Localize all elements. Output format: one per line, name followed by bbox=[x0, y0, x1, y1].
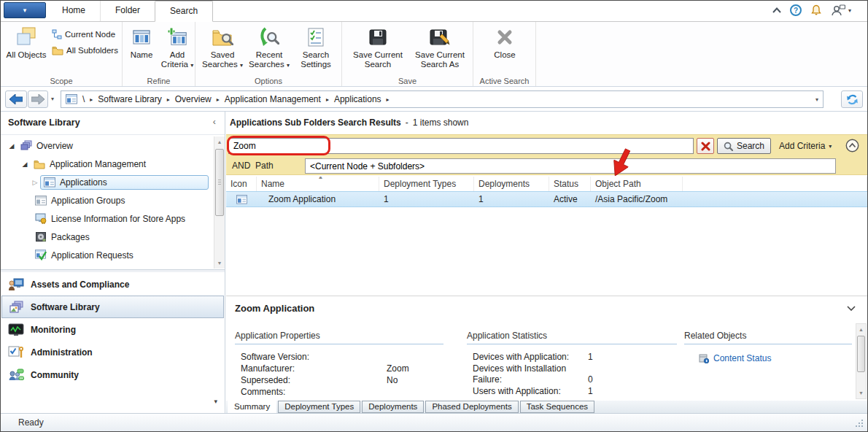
detail-tab-deployment-types[interactable]: Deployment Types bbox=[278, 401, 360, 413]
help-icon[interactable]: ? bbox=[790, 4, 802, 16]
scroll-up-icon[interactable]: ▲ bbox=[214, 136, 225, 147]
detail-scrollbar[interactable]: ▲ ▼ bbox=[856, 323, 867, 399]
nav-monitoring[interactable]: Monitoring bbox=[1, 318, 224, 341]
tree-item-overview[interactable]: ◢ Overview bbox=[1, 136, 213, 155]
tree-item-application-groups[interactable]: Application Groups bbox=[1, 191, 213, 209]
table-row[interactable]: Zoom Application 1 1 Active /Asia Pacifi… bbox=[226, 191, 867, 207]
all-subfolders-icon bbox=[52, 45, 63, 55]
column-header-object-path[interactable]: Object Path bbox=[591, 177, 683, 191]
expander-closed-icon[interactable]: ▷ bbox=[30, 179, 40, 186]
add-criteria-dropdown[interactable]: Add Criteria ▾ bbox=[779, 138, 832, 154]
recent-searches-button[interactable]: Recent Searches ▾ bbox=[247, 24, 292, 70]
nav-administration[interactable]: Administration bbox=[1, 341, 224, 363]
search-settings-button[interactable]: Search Settings bbox=[296, 24, 336, 69]
minimize-ribbon-icon[interactable] bbox=[772, 7, 781, 13]
breadcrumb-item-application-management[interactable]: Application Management bbox=[225, 94, 321, 104]
expander-open-icon[interactable]: ◢ bbox=[7, 142, 17, 150]
breadcrumb-item-applications[interactable]: Applications bbox=[334, 94, 381, 104]
field-superseded: Superseded: No bbox=[241, 375, 443, 386]
current-node-button[interactable]: Current Node bbox=[52, 29, 115, 39]
application-menu-button[interactable]: ▾ bbox=[4, 2, 46, 18]
close-icon bbox=[496, 24, 514, 50]
criteria-value-input[interactable] bbox=[305, 158, 836, 174]
tab-folder[interactable]: Folder bbox=[100, 1, 155, 21]
breadcrumb-separator-icon: ▸ bbox=[326, 96, 329, 103]
scroll-down-icon[interactable]: ▼ bbox=[214, 258, 225, 269]
navigation-pane-header: Software Library ‹ bbox=[1, 112, 225, 135]
group-label-scope: Scope bbox=[1, 77, 122, 85]
detail-tab-task-sequences[interactable]: Task Sequences bbox=[520, 401, 594, 413]
back-button[interactable] bbox=[5, 90, 27, 108]
all-objects-button[interactable]: All Objects bbox=[5, 24, 47, 60]
status-message: Ready bbox=[18, 417, 44, 428]
detail-tab-summary[interactable]: Summary bbox=[228, 401, 276, 413]
address-dropdown-icon[interactable]: ▾ bbox=[815, 96, 818, 103]
tree-item-applications[interactable]: ▷ Applications bbox=[1, 173, 213, 191]
search-input[interactable] bbox=[228, 138, 694, 154]
detail-tab-phased-deployments[interactable]: Phased Deployments bbox=[425, 401, 518, 413]
nav-assets-and-compliance[interactable]: Assets and Compliance bbox=[1, 273, 224, 296]
feedback-menu[interactable]: ▾ bbox=[831, 4, 851, 16]
save-current-search-button[interactable]: Save Current Search bbox=[349, 24, 406, 69]
expander-open-icon[interactable]: ◢ bbox=[20, 161, 30, 168]
tree-scrollbar[interactable]: ▲ ▼ bbox=[214, 136, 225, 269]
save-current-search-as-button[interactable]: Save Current Search As bbox=[411, 24, 469, 69]
scroll-up-icon[interactable]: ▲ bbox=[856, 324, 866, 335]
tab-home[interactable]: Home bbox=[47, 1, 100, 21]
tree-item-application-management[interactable]: ◢ Application Management bbox=[1, 155, 213, 173]
criteria-operator: AND bbox=[232, 161, 250, 171]
nav-software-library[interactable]: Software Library bbox=[1, 296, 224, 318]
clear-x-icon bbox=[701, 142, 710, 151]
field-devices-with-application: Devices with Application: 1 bbox=[473, 352, 677, 363]
forward-button[interactable] bbox=[28, 90, 48, 108]
column-header-status[interactable]: Status bbox=[549, 177, 591, 191]
group-label-refine: Refine bbox=[123, 77, 195, 85]
ribbon-tabs: Home Folder Search bbox=[47, 1, 213, 21]
column-header-deployments[interactable]: Deployments bbox=[474, 177, 549, 191]
tree-item-packages[interactable]: Packages bbox=[1, 228, 213, 246]
refresh-button[interactable] bbox=[841, 90, 863, 108]
collapse-detail-icon[interactable] bbox=[847, 306, 856, 311]
collapse-pane-icon[interactable]: ‹ bbox=[213, 117, 216, 127]
saved-searches-button[interactable]: Saved Searches ▾ bbox=[201, 24, 244, 70]
breadcrumb-item-overview[interactable]: Overview bbox=[175, 94, 212, 104]
tree-item-license-information[interactable]: License Information for Store Apps bbox=[1, 209, 213, 228]
close-search-button[interactable]: Close bbox=[479, 24, 530, 60]
field-software-version: Software Version: bbox=[241, 352, 443, 363]
column-header-deployment-types[interactable]: Deployment Types bbox=[379, 177, 474, 191]
scroll-down-icon[interactable]: ▼ bbox=[856, 387, 866, 398]
search-button[interactable]: Search bbox=[717, 138, 771, 154]
breadcrumb-item-software-library[interactable]: Software Library bbox=[98, 94, 161, 104]
application-row-icon bbox=[236, 195, 247, 204]
content-status-link[interactable]: Content Status bbox=[684, 353, 852, 363]
resize-grip[interactable] bbox=[856, 425, 857, 427]
chevron-up-circle-icon bbox=[845, 139, 859, 153]
collapse-criteria-button[interactable] bbox=[845, 139, 859, 153]
column-header-icon[interactable]: Icon bbox=[226, 177, 257, 191]
pane-divider[interactable] bbox=[1, 269, 225, 272]
detail-pane-divider[interactable] bbox=[226, 296, 867, 296]
notifications-bell-icon[interactable] bbox=[810, 4, 822, 16]
name-button[interactable]: Name bbox=[125, 24, 158, 60]
tree-item-application-requests[interactable]: Application Requests bbox=[1, 246, 213, 264]
section-application-statistics: Application Statistics Devices with Appl… bbox=[467, 331, 677, 398]
breadcrumb: \ ▸ Software Library ▸ Overview ▸ Applic… bbox=[61, 90, 824, 108]
add-criteria-button[interactable]: Add Criteria ▾ bbox=[160, 24, 194, 70]
tab-search[interactable]: Search bbox=[155, 1, 213, 22]
column-header-name[interactable]: Name ▲ bbox=[257, 177, 379, 191]
saved-searches-icon bbox=[212, 24, 233, 50]
nav-community[interactable]: Community bbox=[1, 363, 224, 386]
scrollbar-thumb[interactable] bbox=[857, 336, 865, 372]
scrollbar-thumb[interactable] bbox=[215, 149, 224, 216]
detail-tab-deployments[interactable]: Deployments bbox=[362, 401, 424, 413]
history-caret-icon[interactable]: ▾ bbox=[51, 96, 54, 102]
nav-overflow-icon[interactable]: ▾ bbox=[214, 398, 217, 405]
clear-search-button[interactable] bbox=[697, 138, 714, 154]
breadcrumb-root[interactable]: \ bbox=[82, 94, 85, 104]
feedback-person-icon bbox=[831, 4, 845, 16]
ribbon: All Objects Current Node All Subfolders … bbox=[1, 21, 867, 87]
forward-arrow-icon bbox=[31, 94, 44, 104]
status-bar: Ready bbox=[1, 413, 867, 431]
criteria-field[interactable]: Path bbox=[255, 161, 274, 171]
all-subfolders-button[interactable]: All Subfolders bbox=[52, 45, 118, 55]
